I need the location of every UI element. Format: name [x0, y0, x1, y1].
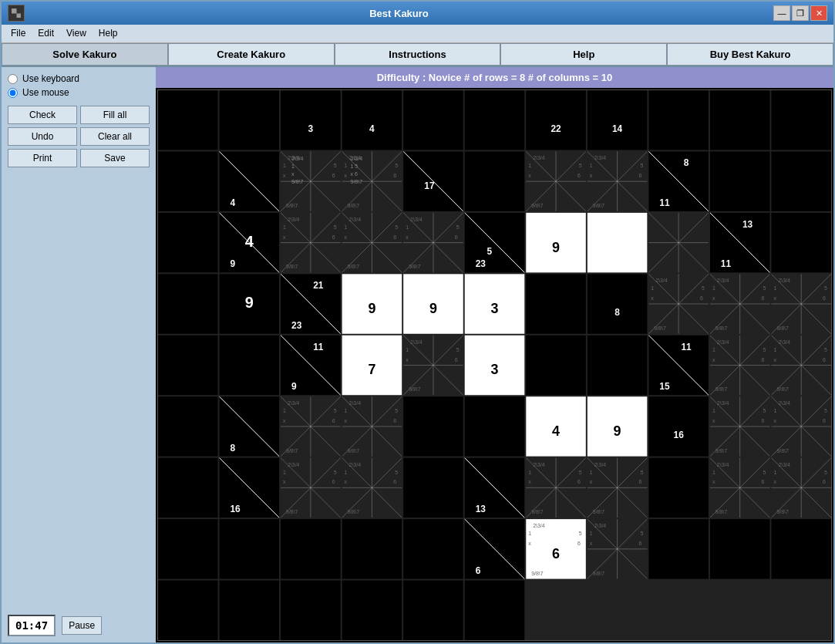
- svg-text:11: 11: [721, 258, 732, 269]
- svg-text:2\3/4: 2\3/4: [717, 400, 729, 406]
- menu-help[interactable]: Help: [93, 26, 124, 41]
- svg-text:6: 6: [393, 479, 396, 484]
- nav-help[interactable]: Help: [500, 43, 667, 66]
- svg-rect-247: [281, 581, 341, 640]
- svg-text:5: 5: [824, 347, 827, 352]
- svg-rect-9: [526, 90, 586, 150]
- svg-rect-11: [588, 90, 648, 150]
- svg-text:9: 9: [368, 301, 375, 316]
- svg-text:x: x: [712, 357, 715, 362]
- title-bar: Best Kakuro — ❐ ✕: [2, 2, 833, 25]
- svg-text:2\3/4: 2\3/4: [288, 217, 300, 222]
- menu-view[interactable]: View: [60, 26, 93, 41]
- minimize-button[interactable]: —: [773, 5, 790, 21]
- print-button[interactable]: Print: [8, 149, 77, 167]
- svg-text:23: 23: [291, 320, 302, 331]
- nav-solve[interactable]: Solve Kakuro: [2, 43, 168, 66]
- nav-buy[interactable]: Buy Best Kakuro: [667, 43, 833, 66]
- svg-text:2\3/4: 2\3/4: [778, 400, 790, 406]
- svg-rect-139: [526, 335, 586, 395]
- svg-text:1: 1: [283, 470, 286, 475]
- svg-text:1: 1: [345, 163, 348, 168]
- svg-rect-107: [588, 274, 648, 333]
- svg-text:1: 1: [528, 531, 531, 536]
- svg-text:1    5: 1 5: [351, 164, 359, 169]
- svg-rect-2: [220, 90, 280, 150]
- svg-text:x: x: [345, 418, 348, 423]
- svg-rect-225: [220, 519, 280, 578]
- svg-text:2\3/4: 2\3/4: [288, 400, 300, 406]
- svg-text:6: 6: [638, 479, 641, 484]
- svg-text:6: 6: [332, 479, 335, 484]
- window-controls: — ❐ ✕: [773, 5, 827, 21]
- svg-text:5: 5: [579, 470, 582, 475]
- svg-text:5: 5: [395, 408, 398, 413]
- menu-bar: File Edit View Help: [2, 25, 833, 43]
- svg-text:1: 1: [406, 224, 409, 230]
- svg-text:x: x: [291, 171, 295, 177]
- svg-rect-185: [158, 458, 218, 518]
- menu-file[interactable]: File: [5, 26, 32, 41]
- svg-rect-8: [465, 90, 525, 150]
- radio-keyboard-label[interactable]: Use keyboard: [8, 73, 150, 84]
- svg-text:9/8\7: 9/8\7: [776, 325, 789, 331]
- svg-rect-243: [710, 519, 770, 578]
- svg-text:9/8\7: 9/8\7: [593, 509, 605, 514]
- clear-all-button[interactable]: Clear all: [80, 127, 150, 146]
- svg-text:1: 1: [773, 470, 776, 475]
- svg-text:9: 9: [429, 301, 437, 316]
- svg-text:5: 5: [579, 163, 582, 168]
- svg-text:9/8\7: 9/8\7: [286, 448, 298, 453]
- svg-rect-248: [342, 581, 402, 640]
- svg-text:x: x: [712, 295, 715, 301]
- svg-text:2\3/4: 2\3/4: [533, 523, 545, 528]
- radio-mouse[interactable]: [8, 88, 18, 98]
- svg-text:5: 5: [334, 408, 337, 413]
- svg-text:2\3/4: 2\3/4: [778, 339, 790, 345]
- svg-text:x: x: [283, 479, 286, 484]
- svg-text:x: x: [406, 234, 409, 240]
- svg-rect-199: [403, 458, 463, 518]
- svg-text:9/8\7: 9/8\7: [715, 325, 728, 331]
- svg-rect-58: [158, 213, 218, 272]
- save-button[interactable]: Save: [80, 149, 150, 167]
- undo-button[interactable]: Undo: [8, 127, 77, 146]
- restore-button[interactable]: ❐: [792, 5, 809, 21]
- svg-text:x: x: [345, 234, 348, 240]
- svg-text:x: x: [345, 479, 348, 484]
- svg-rect-250: [465, 581, 525, 640]
- svg-text:2\3/4: 2\3/4: [349, 400, 362, 406]
- menu-edit[interactable]: Edit: [32, 26, 60, 41]
- radio-keyboard[interactable]: [8, 74, 18, 84]
- nav-instructions[interactable]: Instructions: [335, 43, 501, 66]
- radio-mouse-label[interactable]: Use mouse: [8, 87, 150, 98]
- svg-text:1: 1: [712, 470, 715, 475]
- check-button[interactable]: Check: [8, 106, 77, 124]
- svg-text:8: 8: [684, 157, 689, 168]
- svg-text:1: 1: [773, 285, 776, 291]
- svg-rect-41: [465, 151, 525, 211]
- pause-button[interactable]: Pause: [62, 616, 102, 635]
- svg-text:5: 5: [395, 470, 398, 475]
- svg-text:1: 1: [590, 163, 593, 168]
- svg-rect-13: [648, 90, 709, 150]
- svg-text:11: 11: [659, 197, 670, 208]
- grid-container: .bc { fill: black; } .wc { fill: white; …: [156, 88, 833, 642]
- timer-display: 01:47: [8, 615, 56, 636]
- svg-text:5: 5: [640, 470, 643, 475]
- svg-text:9/8\7: 9/8\7: [348, 448, 360, 453]
- svg-text:x: x: [590, 479, 593, 484]
- fill-all-button[interactable]: Fill all: [80, 106, 150, 124]
- svg-text:x: x: [712, 418, 715, 423]
- svg-text:3: 3: [491, 301, 499, 316]
- window-title: Best Kakuro: [25, 8, 773, 19]
- svg-text:11: 11: [313, 342, 324, 352]
- svg-text:9/8\7: 9/8\7: [348, 509, 360, 514]
- close-button[interactable]: ✕: [810, 5, 827, 21]
- svg-text:9/8\7: 9/8\7: [286, 264, 298, 269]
- svg-rect-251: [588, 213, 648, 272]
- svg-text:2\3/4: 2\3/4: [717, 462, 729, 467]
- nav-create[interactable]: Create Kakuro: [168, 43, 335, 66]
- svg-rect-56: [710, 151, 770, 211]
- radio-mouse-text: Use mouse: [22, 87, 69, 98]
